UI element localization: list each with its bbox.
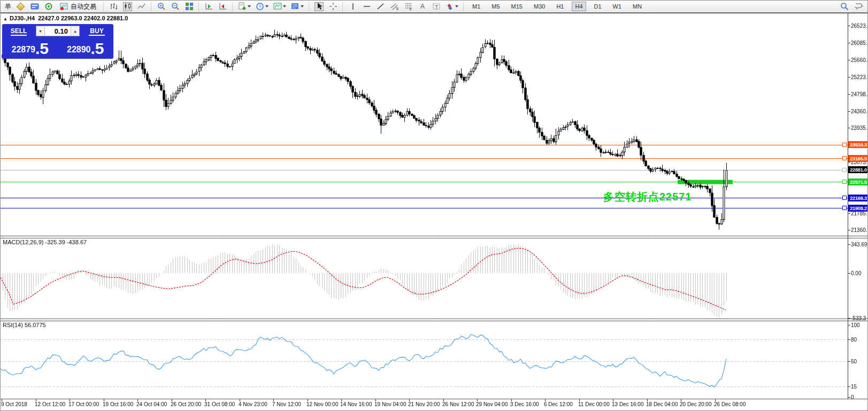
indicators-menu-button[interactable] xyxy=(273,2,286,11)
price-axis-tick: 25223.0 xyxy=(851,74,868,80)
volume-increase-button[interactable]: ▲ xyxy=(71,26,79,36)
time-axis-label: 20 Dec 20:00 xyxy=(680,401,712,407)
price-axis-tick: 21360.5 xyxy=(851,227,868,233)
macd-indicator-label: MACD(12,26,9) -325.39 -438.67 xyxy=(3,239,87,245)
new-order-menu-button[interactable] xyxy=(238,2,251,11)
time-axis-label: 18 Dec 04:00 xyxy=(646,401,678,407)
chart-canvas[interactable] xyxy=(1,1,868,411)
tf-button-H4[interactable]: H4 xyxy=(572,2,586,11)
time-axis-label: 13 Dec 16:00 xyxy=(612,401,644,407)
symbol-label: DJ30-,H4 xyxy=(10,15,35,21)
ohlc-values: 22427.0 22963.0 22402.0 22881.0 xyxy=(38,15,128,21)
price-line-label[interactable]: 22571.5 xyxy=(848,179,868,185)
macd-axis-tick: -533.3 xyxy=(851,315,866,321)
chat-icon[interactable] xyxy=(854,2,863,11)
price-line-label[interactable]: 22168.3 xyxy=(848,195,868,201)
time-axis-label: 26 Oct 20:00 xyxy=(171,401,201,407)
chart-shift-icon[interactable] xyxy=(218,2,227,11)
price-line-label[interactable]: 23510.3 xyxy=(848,141,868,148)
sell-button[interactable]: SELL xyxy=(3,25,34,37)
profile-icon[interactable] xyxy=(16,2,25,11)
toolbar-separator xyxy=(342,2,343,11)
search-icon[interactable] xyxy=(840,2,849,11)
time-axis-label: 3 Dec 16:00 xyxy=(510,401,539,407)
price-line-label[interactable]: 23165.5 xyxy=(848,155,868,162)
price-axis-tick: 26085.5 xyxy=(851,40,868,46)
clock-icon xyxy=(256,2,264,11)
autotrading-button[interactable]: 自动交易 xyxy=(58,2,98,12)
vertical-line-tool-icon[interactable] xyxy=(348,2,357,11)
price-axis-tick: 24360.5 xyxy=(851,108,868,114)
candlestick-chart-icon[interactable] xyxy=(123,2,132,11)
price-line-label[interactable]: 22881.0 xyxy=(848,166,868,173)
buy-price-pips: .5 xyxy=(90,41,104,57)
volume-decrease-button[interactable]: ▼ xyxy=(36,26,45,36)
template-icon xyxy=(291,2,299,11)
toolbar-group-objects xyxy=(234,2,308,11)
tf-button-D1[interactable]: D1 xyxy=(591,2,605,11)
pivot-annotation-text[interactable]: 多空转折点22571 xyxy=(603,190,692,204)
zoom-out-icon[interactable] xyxy=(171,2,180,11)
volume-input[interactable]: 0.10 xyxy=(45,26,71,36)
svg-text:E: E xyxy=(396,7,399,11)
tile-windows-icon[interactable] xyxy=(185,2,194,11)
one-click-trade-panel: SELL ▼ 0.10 ▲ BUY 22879.5 22890.5 xyxy=(2,24,113,59)
price-axis-tick: 24798.0 xyxy=(851,91,868,97)
chevron-down-icon xyxy=(248,5,251,7)
crosshair-tool-icon[interactable] xyxy=(328,2,337,11)
tf-button-H1[interactable]: H1 xyxy=(553,2,567,11)
trading-platform-window: 单 自动交易 xyxy=(0,0,868,411)
time-axis-label: 12 Oct 12:00 xyxy=(35,401,65,407)
signal-icon[interactable] xyxy=(44,2,53,11)
trendline-tool-icon[interactable] xyxy=(376,2,385,11)
zoom-in-icon[interactable] xyxy=(157,2,166,11)
toolbar-group-cursor xyxy=(311,2,341,11)
cursor-tool-icon[interactable] xyxy=(314,2,324,11)
toolbar-separator xyxy=(309,2,310,11)
time-axis-label: 9 Oct 2018 xyxy=(1,401,27,407)
line-chart-icon[interactable] xyxy=(137,2,146,11)
tf-button-MN[interactable]: MN xyxy=(629,2,645,11)
channel-tool-icon[interactable]: E xyxy=(390,2,399,11)
chevron-down-icon xyxy=(455,5,458,7)
bar-chart-icon[interactable] xyxy=(109,2,118,11)
sell-price-box[interactable]: 22879.5 xyxy=(3,38,57,58)
rsi-axis-tick: 100 xyxy=(851,322,860,328)
text-label-tool-icon[interactable]: T xyxy=(432,2,441,11)
buy-button[interactable]: BUY xyxy=(81,25,112,37)
tf-button-M30[interactable]: M30 xyxy=(531,2,548,11)
period-menu-button[interactable] xyxy=(256,2,268,11)
buy-price-main: 22890 xyxy=(67,43,91,57)
price-line-label[interactable]: 21908.2 xyxy=(848,205,868,212)
gold-diamond-icon xyxy=(17,2,25,11)
templates-menu-button[interactable] xyxy=(291,2,304,11)
toolbar-separator xyxy=(151,2,152,11)
collapse-panel-icon[interactable]: ▲ xyxy=(3,17,7,21)
time-axis-label: 6 Dec 12:00 xyxy=(544,401,573,407)
macd-axis-tick: 343.69 xyxy=(851,242,867,247)
terminal-icon[interactable] xyxy=(30,2,39,11)
tf-button-M5[interactable]: M5 xyxy=(488,2,503,11)
price-axis-tick: 23935.5 xyxy=(851,125,868,131)
sell-price-pips: .5 xyxy=(35,41,49,57)
sell-price-main: 22879 xyxy=(11,43,35,57)
text-tool-icon[interactable]: A xyxy=(418,2,427,11)
price-axis-tick: 26523.0 xyxy=(851,23,868,29)
tf-button-M15[interactable]: M15 xyxy=(508,2,526,11)
time-axis-label: 26 Dec 08:00 xyxy=(714,401,746,407)
new-order-button[interactable]: 单 xyxy=(5,2,11,11)
buy-price-box[interactable]: 22890.5 xyxy=(59,38,113,58)
horizontal-line-tool-icon[interactable] xyxy=(362,2,371,11)
time-axis-label: 17 Oct 00:00 xyxy=(68,401,99,407)
fibonacci-tool-icon[interactable]: F xyxy=(404,2,413,11)
tf-button-W1[interactable]: W1 xyxy=(610,2,625,11)
arrows-menu-button[interactable] xyxy=(445,2,458,11)
time-axis-label: 4 Nov 23:00 xyxy=(239,401,267,407)
time-axis-label: 29 Nov 04:00 xyxy=(476,401,508,407)
time-axis-label: 11 Dec 00:00 xyxy=(578,401,610,407)
toolbar-group-scroll xyxy=(201,2,231,11)
volume-stepper: ▼ 0.10 ▲ xyxy=(36,26,80,36)
auto-scroll-icon[interactable] xyxy=(204,2,213,11)
tf-button-M1[interactable]: M1 xyxy=(469,2,483,11)
autotrading-label: 自动交易 xyxy=(71,2,96,11)
